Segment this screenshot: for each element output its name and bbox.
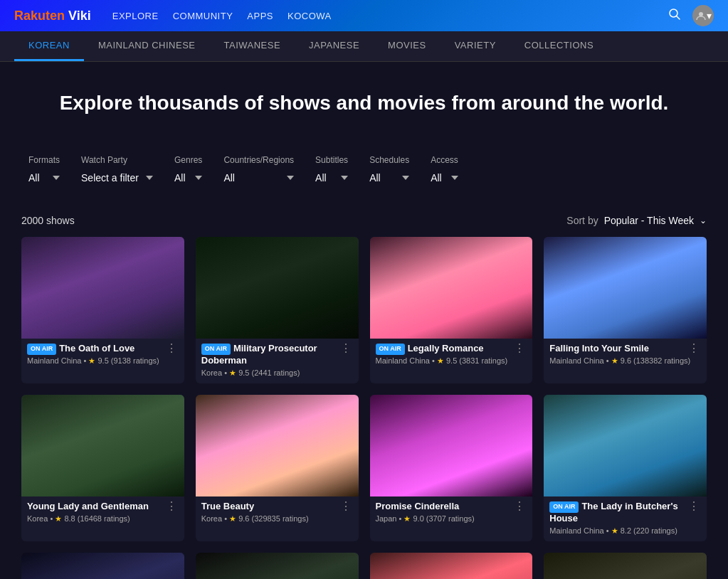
nav-community[interactable]: COMMUNITY bbox=[173, 11, 233, 21]
card-title: ON AIRThe Lady in Butcher's House bbox=[549, 501, 682, 525]
show-card-oath-of-love[interactable]: ON AIRThe Oath of Love ⋮ Mainland China … bbox=[21, 237, 184, 383]
nav-apps[interactable]: APPS bbox=[247, 11, 273, 21]
card-title: Young Lady and Gentleman bbox=[27, 501, 160, 513]
avatar-icon bbox=[695, 10, 707, 21]
hero-title: Explore thousands of shows and movies fr… bbox=[14, 90, 714, 116]
card-title-row: True Beauty ⋮ bbox=[201, 501, 353, 513]
card-more-button[interactable]: ⋮ bbox=[339, 343, 353, 354]
filter-subtitles: Subtitles All bbox=[315, 155, 348, 186]
card-title-row: ON AIRThe Oath of Love ⋮ bbox=[27, 343, 179, 355]
filter-access: Access All bbox=[431, 155, 458, 186]
show-card-second-husband[interactable]: ON AIRThe Second Husband ⋮ Korea • ★ 8.3… bbox=[544, 553, 707, 579]
nav-explore[interactable]: EXPLORE bbox=[112, 11, 159, 21]
card-more-button[interactable]: ⋮ bbox=[339, 501, 353, 512]
card-title: ON AIRMilitary Prosecutor Doberman bbox=[201, 343, 334, 367]
site-logo[interactable]: Rakuten Viki bbox=[14, 9, 91, 23]
show-card-why-women-love[interactable]: ON AIRWhy Women Love ⋮ Mainland China • … bbox=[370, 553, 533, 579]
show-thumbnail bbox=[370, 553, 533, 579]
card-info: ON AIRMilitary Prosecutor Doberman ⋮ Kor… bbox=[196, 339, 359, 383]
card-info: Young Lady and Gentleman ⋮ Korea • ★ 8.8… bbox=[21, 496, 184, 529]
filter-subtitles-select[interactable]: All bbox=[315, 169, 348, 186]
show-card-lady-butchers-house[interactable]: ON AIRThe Lady in Butcher's House ⋮ Main… bbox=[544, 395, 707, 541]
card-more-button[interactable]: ⋮ bbox=[164, 343, 179, 354]
show-card-young-lady-gentleman[interactable]: Young Lady and Gentleman ⋮ Korea • ★ 8.8… bbox=[21, 395, 184, 541]
top-nav-links: EXPLORE COMMUNITY APPS KOCOWA bbox=[112, 11, 644, 21]
show-card-legally-romance[interactable]: ON AIRLegally Romance ⋮ Mainland China •… bbox=[370, 237, 533, 383]
sort-label: Sort by bbox=[566, 215, 598, 226]
cat-collections[interactable]: COLLECTIONS bbox=[510, 31, 608, 61]
card-more-button[interactable]: ⋮ bbox=[164, 501, 179, 512]
card-more-button[interactable]: ⋮ bbox=[512, 501, 527, 512]
card-meta: Mainland China • ★ 9.5 (3831 ratings) bbox=[376, 356, 527, 366]
card-more-button[interactable]: ⋮ bbox=[512, 343, 527, 354]
category-navigation: KOREAN MAINLAND CHINESE TAIWANESE JAPANE… bbox=[0, 31, 728, 62]
cat-movies[interactable]: MOVIES bbox=[374, 31, 441, 61]
cat-japanese[interactable]: JAPANESE bbox=[295, 31, 374, 61]
show-card-cherry-blossoms[interactable]: A VIKI ORIGINAL ON AIRCherry Blossoms Af… bbox=[196, 553, 359, 579]
user-avatar[interactable]: ▾ bbox=[692, 5, 714, 26]
star-icon: ★ bbox=[88, 356, 95, 365]
main-content: 2000 shows Sort by Popular - This Week ⌄… bbox=[0, 204, 728, 579]
star-icon: ★ bbox=[229, 368, 236, 377]
filter-access-select[interactable]: All bbox=[431, 169, 458, 186]
shows-count: 2000 shows bbox=[21, 215, 75, 226]
card-meta: Mainland China • ★ 9.6 (138382 ratings) bbox=[549, 356, 701, 366]
logo-rakuten: Rakuten bbox=[14, 9, 65, 23]
filter-watch-party-select[interactable]: Select a filter bbox=[81, 169, 153, 186]
star-icon: ★ bbox=[403, 514, 411, 523]
show-card-promise-cinderella[interactable]: Promise Cinderella ⋮ Japan • ★ 9.0 (3707… bbox=[370, 395, 533, 541]
card-info: True Beauty ⋮ Korea • ★ 9.6 (329835 rati… bbox=[196, 496, 359, 529]
chevron-down-icon: ⌄ bbox=[700, 216, 707, 225]
cat-mainland-chinese[interactable]: MAINLAND CHINESE bbox=[84, 31, 210, 61]
card-info: Promise Cinderella ⋮ Japan • ★ 9.0 (3707… bbox=[370, 496, 533, 529]
content-header: 2000 shows Sort by Popular - This Week ⌄ bbox=[21, 204, 707, 237]
card-meta: Korea • ★ 8.8 (16468 ratings) bbox=[27, 514, 179, 524]
svg-point-2 bbox=[699, 12, 703, 16]
show-thumbnail bbox=[196, 237, 359, 339]
filter-access-label: Access bbox=[431, 155, 458, 165]
on-air-badge: ON AIR bbox=[27, 344, 56, 355]
svg-line-1 bbox=[677, 16, 680, 20]
card-title-row: Promise Cinderella ⋮ bbox=[376, 501, 527, 513]
filter-genres-label: Genres bbox=[174, 155, 202, 165]
sort-dropdown[interactable]: Sort by Popular - This Week ⌄ bbox=[566, 215, 707, 226]
show-card-secretary-kim[interactable]: What's Wrong With Secretary Kim ⋮ Korea … bbox=[21, 553, 184, 579]
cat-variety[interactable]: VARIETY bbox=[441, 31, 510, 61]
star-icon: ★ bbox=[229, 514, 236, 523]
cat-taiwanese[interactable]: TAIWANESE bbox=[209, 31, 295, 61]
hero-banner: Explore thousands of shows and movies fr… bbox=[0, 62, 728, 141]
filter-countries-select[interactable]: All bbox=[223, 169, 294, 186]
show-card-true-beauty[interactable]: True Beauty ⋮ Korea • ★ 9.6 (329835 rati… bbox=[196, 395, 359, 541]
filter-genres-select[interactable]: All bbox=[174, 169, 202, 186]
filter-formats-select[interactable]: All bbox=[28, 169, 60, 186]
card-meta: Japan • ★ 9.0 (3707 ratings) bbox=[376, 514, 527, 524]
filter-schedules-select[interactable]: All bbox=[369, 169, 409, 186]
show-thumbnail: A VIKI ORIGINAL bbox=[196, 553, 359, 579]
search-icon bbox=[668, 8, 681, 21]
on-air-badge: ON AIR bbox=[549, 501, 579, 513]
cat-korean[interactable]: KOREAN bbox=[14, 31, 84, 61]
card-more-button[interactable]: ⋮ bbox=[687, 343, 701, 354]
card-more-button[interactable]: ⋮ bbox=[687, 501, 701, 512]
filter-watch-party-label: Watch Party bbox=[81, 155, 153, 165]
nav-kocowa[interactable]: KOCOWA bbox=[287, 11, 332, 21]
card-title-row: Young Lady and Gentleman ⋮ bbox=[27, 501, 179, 513]
sort-value: Popular - This Week bbox=[604, 215, 694, 226]
search-button[interactable] bbox=[665, 5, 684, 26]
filter-subtitles-label: Subtitles bbox=[315, 155, 348, 165]
show-card-military-prosecutor[interactable]: ON AIRMilitary Prosecutor Doberman ⋮ Kor… bbox=[196, 237, 359, 383]
card-title-row: ON AIRThe Lady in Butcher's House ⋮ bbox=[549, 501, 701, 525]
show-card-falling-into-smile[interactable]: Falling Into Your Smile ⋮ Mainland China… bbox=[544, 237, 707, 383]
card-title: Falling Into Your Smile bbox=[549, 343, 682, 355]
card-title-row: ON AIRMilitary Prosecutor Doberman ⋮ bbox=[201, 343, 353, 367]
show-thumbnail bbox=[544, 553, 707, 579]
show-thumbnail bbox=[370, 395, 533, 496]
filter-countries-label: Countries/Regions bbox=[223, 155, 294, 165]
card-info: ON AIRThe Oath of Love ⋮ Mainland China … bbox=[21, 339, 184, 371]
card-title-row: Falling Into Your Smile ⋮ bbox=[549, 343, 701, 355]
card-title: ON AIRThe Oath of Love bbox=[27, 343, 160, 355]
card-title: ON AIRLegally Romance bbox=[376, 343, 509, 355]
show-thumbnail bbox=[196, 395, 359, 496]
filter-bar: Formats All Watch Party Select a filter … bbox=[0, 141, 728, 204]
card-title: True Beauty bbox=[201, 501, 334, 513]
